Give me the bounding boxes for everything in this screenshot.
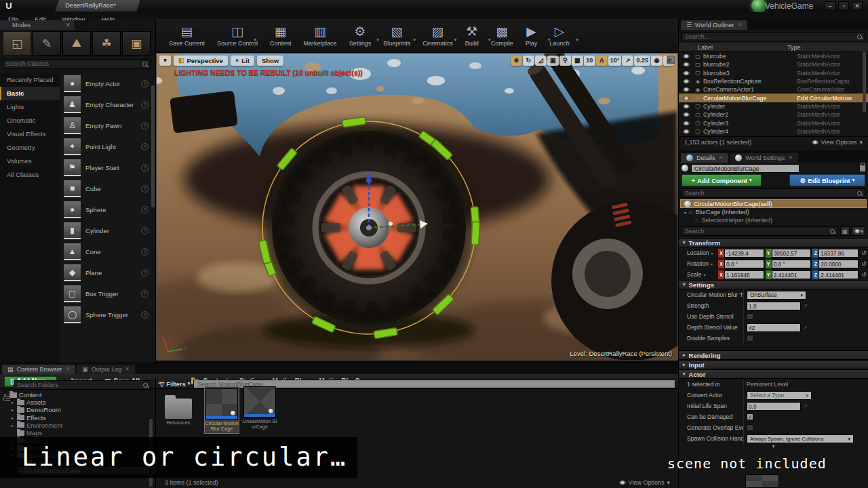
mode-category[interactable]: Cinematic	[0, 114, 60, 127]
column-label[interactable]: Label	[679, 44, 787, 51]
reset-icon[interactable]: ↺	[860, 249, 868, 256]
viewport-tool-button[interactable]: ◿	[535, 56, 547, 66]
outliner-row[interactable]: ▢ Cylinder4 StaticMeshActor	[679, 127, 868, 136]
toolbar-button[interactable]: ▤ Save Current ▾	[163, 19, 211, 52]
viewport-options-dropdown[interactable]: ▾	[159, 56, 171, 66]
folder-tree-row[interactable]: ▸ DemoRoom	[0, 406, 155, 413]
cb-view-options-button[interactable]: View Options ▾	[619, 479, 670, 486]
component-row-blurcage[interactable]: ▾⌂BlurCage (Inherited)	[679, 208, 868, 216]
mode-category[interactable]: Visual Effects	[0, 127, 60, 141]
modes-scrollbar[interactable]	[151, 85, 155, 207]
reset-icon[interactable]: ↺	[860, 271, 868, 278]
mode-category[interactable]: Lights	[0, 100, 60, 114]
initial-life-span-field[interactable]: 0.0	[747, 402, 801, 411]
asset-linearmotionblurcage[interactable]: LinearMotion BlurCage	[242, 386, 277, 430]
help-icon[interactable]: ?	[141, 164, 149, 171]
placeable-item[interactable]: ✦ Point Light ?	[60, 136, 152, 157]
convert-actor-dropdown[interactable]: Select a Type▾	[747, 391, 812, 400]
column-type[interactable]: Type	[787, 44, 801, 51]
mode-tool-icon[interactable]: ◱	[3, 31, 31, 56]
visibility-eye-icon[interactable]	[683, 129, 690, 134]
modes-tab[interactable]: Modes✕	[0, 20, 75, 30]
toolbar-button[interactable]: ◫ Source Control ▾	[211, 19, 264, 52]
help-icon[interactable]: ?	[141, 248, 149, 256]
content-browser-tab[interactable]: ▤Content Browser✕	[2, 365, 75, 374]
close-icon[interactable]: ✕	[719, 153, 724, 163]
placeable-item[interactable]: ◆ Plane ?	[60, 262, 152, 283]
toolbar-button[interactable]: ▷ Launch ▾	[543, 19, 576, 52]
visibility-eye-icon[interactable]	[683, 62, 690, 66]
toolbar-button[interactable]: ⚒ Build ▾	[459, 19, 485, 52]
expander-icon[interactable]: ▸	[10, 423, 15, 428]
edit-blueprint-button[interactable]: ⚙Edit Blueprint▾	[789, 174, 865, 186]
viewport-tool-button[interactable]: Δ	[596, 56, 608, 66]
close-icon[interactable]: ✕	[789, 153, 793, 163]
outliner-row[interactable]: ◉ CineCameraActor1 CineCameraActor	[679, 85, 868, 94]
outliner-scrollbar[interactable]	[863, 52, 866, 113]
toolbar-button[interactable]: ▩ Compile ▾	[485, 19, 519, 52]
visibility-eye-icon[interactable]	[683, 79, 690, 83]
y-value-field[interactable]: 0.0 °	[772, 260, 812, 268]
folder-tree-row[interactable]: ▸ Environment	[0, 422, 155, 429]
placeable-item[interactable]: ● Empty Actor ?	[60, 73, 152, 94]
z-value-field[interactable]: 18337.86	[818, 249, 859, 258]
toolbar-button[interactable]: ▥ Marketplace ▾	[298, 19, 343, 52]
help-icon[interactable]: ?	[141, 143, 149, 150]
outliner-row[interactable]: ◎ CircularMotionBlurCage Edit CircularMo…	[679, 94, 868, 102]
folder-tree-row[interactable]: Maps	[0, 429, 155, 436]
viewport-tool-button[interactable]: ⚲	[559, 56, 571, 66]
placeable-item[interactable]: ♙ Empty Pawn ?	[60, 115, 152, 136]
viewport-tool-button[interactable]: 0.25	[634, 56, 650, 66]
visibility-eye-icon[interactable]	[683, 54, 690, 58]
spawn-collision-dropdown[interactable]: Always Spawn, Ignore Collisions▾	[747, 434, 854, 443]
component-self-row[interactable]: CircularMotionBlurCage(self)	[680, 199, 867, 208]
mode-category[interactable]: All Classes	[0, 168, 60, 182]
show-button[interactable]: Show	[257, 56, 283, 66]
y-value-field[interactable]: 2.414401	[772, 270, 812, 279]
reset-icon[interactable]: ↺	[860, 260, 868, 267]
search-folders-input[interactable]: Search Folders	[14, 380, 151, 390]
close-icon[interactable]: ✕	[65, 20, 71, 30]
placeable-item[interactable]: ▮ Cylinder ?	[60, 220, 152, 241]
help-icon[interactable]: ?	[141, 206, 149, 214]
rendering-section-header[interactable]: ▸Rendering	[679, 350, 868, 360]
mode-tool-icon[interactable]: ▣	[122, 31, 151, 56]
add-component-button[interactable]: +Add Component▾	[682, 174, 762, 186]
placeable-item[interactable]: ♟ Empty Character ?	[60, 94, 152, 115]
view-options-button[interactable]: View Options ▾	[812, 139, 863, 146]
expander-icon[interactable]: ▸	[10, 415, 15, 420]
folder-tree-row[interactable]: ▾ Content	[0, 391, 155, 399]
maximize-button[interactable]: ▫	[838, 1, 849, 10]
help-icon[interactable]: ?	[141, 269, 149, 277]
viewport-tool-button[interactable]: 10	[584, 56, 595, 66]
visibility-eye-icon[interactable]	[683, 87, 690, 92]
close-icon[interactable]: ✕	[66, 365, 71, 374]
x-value-field[interactable]: -14239.4	[724, 249, 764, 258]
close-icon[interactable]: ✕	[125, 365, 130, 374]
placeable-item[interactable]: ● Sphere ?	[60, 199, 152, 220]
placeable-item[interactable]: ⚑ Player Start ?	[60, 157, 152, 178]
toolbar-button[interactable]: ▨ Cinematics ▾	[416, 19, 459, 52]
help-icon[interactable]: ?	[141, 227, 149, 235]
viewport-tool-button[interactable]: 10°	[608, 56, 622, 66]
toolbar-button[interactable]: ▧ Blueprints ▾	[377, 19, 416, 52]
expander-icon[interactable]: ▸	[10, 407, 15, 412]
y-value-field[interactable]: 30502.57	[772, 249, 812, 258]
component-row-selectionhelper[interactable]: ⌂SelectionHelper (Inherited)	[679, 216, 868, 224]
help-icon[interactable]: ?	[141, 290, 149, 298]
z-value-field[interactable]: 20.0000	[818, 260, 859, 268]
visibility-filter-icon[interactable]: ▾	[852, 226, 865, 236]
world-settings-tab[interactable]: World Settings✕	[730, 153, 798, 163]
visibility-eye-icon[interactable]	[683, 113, 690, 117]
placeable-item[interactable]: ▢ Box Trigger ?	[60, 283, 152, 304]
outliner-row[interactable]: ▢ blurcube2 StaticMeshActor	[679, 60, 868, 68]
double-samples-checkbox[interactable]	[747, 335, 753, 342]
mode-tool-icon[interactable]: ⛰	[62, 31, 91, 56]
viewport-tool-button[interactable]: ↗	[622, 56, 633, 66]
visibility-eye-icon[interactable]	[683, 71, 690, 75]
perspective-button[interactable]: ◧Perspective	[174, 56, 228, 66]
can-be-damaged-checkbox[interactable]: ✓	[747, 413, 753, 420]
z-value-field[interactable]: 2.414401	[818, 270, 859, 279]
placeable-item[interactable]: ◯ Sphere Trigger ?	[60, 304, 152, 325]
output-log-tab[interactable]: ▣Output Log✕	[77, 365, 135, 374]
